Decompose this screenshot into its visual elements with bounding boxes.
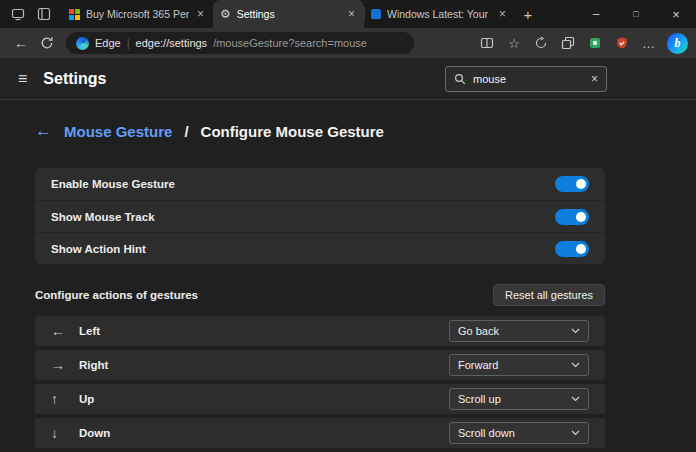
breadcrumb: ← Mouse Gesture / Configure Mouse Gestur…	[35, 120, 640, 142]
arrow-left-icon: ←	[51, 323, 79, 339]
toolbar-icons: ☆ … b	[474, 31, 688, 55]
dropdown-value: Go back	[458, 325, 499, 337]
gesture-direction-label: Down	[79, 427, 110, 439]
gesture-left-action-dropdown[interactable]: Go back	[449, 320, 589, 342]
favorites-icon[interactable]: ☆	[501, 31, 527, 55]
gesture-direction-label: Up	[79, 393, 94, 405]
maximize-button[interactable]: □	[616, 0, 656, 28]
chevron-down-icon	[571, 328, 580, 334]
toggle-row-enable-mouse-gesture: Enable Mouse Gesture	[35, 168, 605, 200]
clear-search-icon[interactable]: ×	[591, 72, 598, 86]
gesture-up-action-dropdown[interactable]: Scroll up	[449, 388, 589, 410]
tab-settings[interactable]: ⚙ Settings ×	[213, 0, 364, 28]
window-controls: – □ ×	[576, 0, 696, 28]
tab-close-icon[interactable]: ×	[346, 7, 357, 21]
gesture-down-action-dropdown[interactable]: Scroll down	[449, 422, 589, 444]
settings-header: ≡ Settings ×	[0, 58, 696, 100]
search-icon	[454, 73, 466, 85]
dropdown-value: Scroll down	[458, 427, 515, 439]
chevron-down-icon	[571, 396, 580, 402]
bing-copilot-icon[interactable]: b	[667, 33, 688, 54]
toggle-label: Show Action Hint	[51, 243, 146, 255]
tab-label: Windows Latest: Your Source	[387, 8, 491, 20]
breadcrumb-back-icon[interactable]: ←	[35, 121, 52, 141]
browser-titlebar: Buy Microsoft 365 Personal (f × ⚙ Settin…	[0, 0, 696, 28]
gesture-row-up: ↑ Up Scroll up	[35, 384, 605, 414]
chevron-down-icon	[571, 430, 580, 436]
menu-icon[interactable]: ≡	[18, 70, 27, 88]
settings-search-input[interactable]	[473, 73, 569, 85]
titlebar-left-icons	[0, 0, 56, 28]
refresh-button[interactable]	[34, 31, 60, 55]
toggle-knob	[576, 244, 586, 254]
gesture-row-left: ← Left Go back	[35, 316, 605, 346]
browser-navbar: ← Edge | edge://settings/mouseGesture?se…	[0, 28, 696, 58]
breadcrumb-parent-link[interactable]: Mouse Gesture	[64, 123, 172, 140]
arrow-up-icon: ↑	[51, 391, 79, 407]
vertical-tabs-icon[interactable]	[32, 3, 56, 25]
section-title: Configure actions of gestures	[35, 289, 198, 301]
settings-content: ← Mouse Gesture / Configure Mouse Gestur…	[0, 120, 640, 448]
settings-gear-icon: ⚙	[220, 7, 231, 21]
tab-label: Buy Microsoft 365 Personal (f	[86, 8, 189, 20]
more-menu-icon[interactable]: …	[636, 31, 662, 55]
url-path: /mouseGesture?search=mouse	[213, 37, 367, 49]
breadcrumb-separator: /	[184, 123, 188, 140]
chevron-down-icon	[571, 362, 580, 368]
new-tab-button[interactable]: +	[515, 0, 541, 28]
arrow-down-icon: ↓	[51, 425, 79, 441]
workspaces-icon[interactable]	[6, 3, 30, 25]
split-screen-icon[interactable]	[474, 31, 500, 55]
gesture-direction-label: Right	[79, 359, 108, 371]
microsoft-logo-icon	[69, 9, 80, 20]
back-button[interactable]: ←	[8, 31, 34, 55]
gesture-toggles-card: Enable Mouse Gesture Show Mouse Track Sh…	[35, 168, 605, 264]
tab-close-icon[interactable]: ×	[195, 7, 206, 21]
edge-logo-icon	[76, 37, 89, 50]
gesture-right-action-dropdown[interactable]: Forward	[449, 354, 589, 376]
dropdown-value: Forward	[458, 359, 498, 371]
gesture-action-list: ← Left Go back → Right Forward ↑ Up Scro…	[35, 316, 640, 448]
extension-shield-icon[interactable]	[609, 31, 635, 55]
url-host: edge://settings	[136, 37, 208, 49]
gesture-actions-section-header: Configure actions of gestures Reset all …	[35, 282, 605, 308]
tab-strip: Buy Microsoft 365 Personal (f × ⚙ Settin…	[62, 0, 541, 28]
toggle-row-show-mouse-track: Show Mouse Track	[35, 200, 605, 232]
tab-buy-microsoft-365[interactable]: Buy Microsoft 365 Personal (f ×	[62, 0, 213, 28]
gesture-row-down: ↓ Down Scroll down	[35, 418, 605, 448]
show-mouse-track-toggle[interactable]	[555, 209, 589, 225]
gesture-direction-label: Left	[79, 325, 100, 337]
site-favicon-icon	[371, 9, 381, 19]
toggle-knob	[576, 212, 586, 222]
tab-label: Settings	[237, 8, 340, 20]
breadcrumb-current: Configure Mouse Gesture	[201, 123, 384, 140]
extension-green-icon[interactable]	[582, 31, 608, 55]
tab-close-icon[interactable]: ×	[497, 7, 508, 21]
close-button[interactable]: ×	[656, 0, 696, 28]
reset-all-gestures-button[interactable]: Reset all gestures	[493, 284, 605, 306]
toggle-label: Show Mouse Track	[51, 211, 155, 223]
tab-windows-latest[interactable]: Windows Latest: Your Source ×	[364, 0, 515, 28]
collections-icon[interactable]	[555, 31, 581, 55]
toggle-row-show-action-hint: Show Action Hint	[35, 232, 605, 264]
gesture-row-right: → Right Forward	[35, 350, 605, 380]
address-bar[interactable]: Edge | edge://settings/mouseGesture?sear…	[66, 32, 414, 54]
toggle-knob	[576, 179, 586, 189]
arrow-right-icon: →	[51, 357, 79, 373]
settings-search-box[interactable]: ×	[445, 66, 607, 92]
page-title: Settings	[43, 70, 106, 88]
web-capture-icon[interactable]	[528, 31, 554, 55]
toggle-label: Enable Mouse Gesture	[51, 178, 175, 190]
dropdown-value: Scroll up	[458, 393, 501, 405]
enable-mouse-gesture-toggle[interactable]	[555, 176, 589, 192]
minimize-button[interactable]: –	[576, 0, 616, 28]
site-badge: Edge	[95, 37, 121, 49]
badge-separator: |	[127, 37, 130, 49]
show-action-hint-toggle[interactable]	[555, 241, 589, 257]
